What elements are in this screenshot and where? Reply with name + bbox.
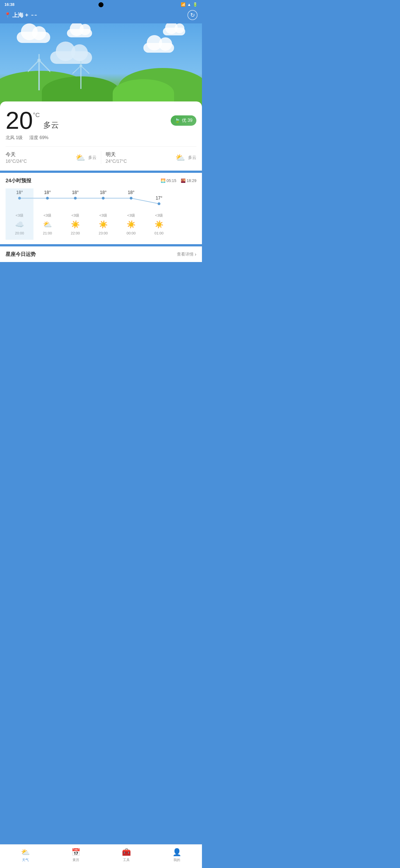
temperature-row: 20 °C 多云 🍃 优 39 — [6, 108, 196, 133]
cloud-3 — [163, 28, 185, 35]
svg-line-4 — [28, 60, 39, 72]
chevron-right-icon: › — [195, 251, 196, 257]
hourly-forecast-section: 24小时预报 🌅 05:15 🌇 18:29 — [0, 173, 202, 244]
constellation-section[interactable]: 星座今日运势 查看详情 › — [0, 246, 202, 262]
status-bar: 16:38 📶 ▲ 🔋 — [0, 0, 202, 9]
temperature-value: 20 — [6, 108, 33, 133]
humidity-info: 湿度 69% — [29, 135, 48, 141]
tomorrow-info: 明天 24°C/17°C — [106, 151, 127, 164]
turbine-1 — [28, 54, 50, 90]
sunset-value: 18:29 — [187, 178, 196, 183]
hourly-item: <3级 ☀️ 22:00 — [61, 211, 89, 238]
time-label: 00:00 — [126, 231, 136, 235]
sunset-icon: 🌇 — [181, 178, 185, 183]
refresh-icon: ↻ — [190, 12, 195, 19]
svg-text:18°: 18° — [128, 190, 135, 195]
sunset-time: 🌇 18:29 — [181, 178, 196, 183]
tomorrow-weather-type: 多云 — [188, 155, 196, 160]
today-temp: 16°C/24°C — [6, 159, 27, 164]
today-forecast: 今天 16°C/24°C ⛅ 多云 — [6, 151, 101, 164]
today-weather-type: 多云 — [88, 155, 96, 160]
tomorrow-temp: 24°C/17°C — [106, 159, 127, 164]
temp-chart: 18° 18° 18° 18° 18° 17° — [6, 188, 178, 211]
weather-icon: ☀️ — [71, 220, 80, 229]
location-selector[interactable]: 📍 上海 + — [4, 11, 37, 19]
wind-label: <3级 — [99, 213, 107, 218]
sunrise-icon: 🌅 — [161, 178, 165, 183]
hourly-items-container: <3级 ☁️ 20:00 <3级 ⛅ 21:00 <3级 ☀️ 22:00 <3… — [6, 211, 196, 238]
today-label: 今天 — [6, 151, 27, 158]
hourly-scroll[interactable]: 18° 18° 18° 18° 18° 17° <3级 ☁️ 20:00 <3级… — [6, 188, 196, 240]
constellation-title: 星座今日运势 — [6, 251, 36, 257]
cloud-1 — [17, 32, 50, 43]
time-label: 01:00 — [154, 231, 164, 235]
app-header: 📍 上海 + ↻ — [0, 9, 202, 23]
weather-icon: ☀️ — [126, 220, 136, 229]
aqi-badge[interactable]: 🍃 优 39 — [171, 115, 196, 126]
daily-forecast: 今天 16°C/24°C ⛅ 多云 明天 24°C/17°C ⛅ 多云 — [6, 146, 196, 164]
svg-text:18°: 18° — [72, 190, 79, 195]
svg-text:18°: 18° — [100, 190, 107, 195]
weather-icon: ☀️ — [154, 220, 164, 229]
status-time: 16:38 — [4, 2, 15, 7]
wifi-icon: ▲ — [187, 2, 191, 7]
svg-point-15 — [158, 203, 161, 205]
wind-label: <3级 — [72, 213, 79, 218]
temperature-unit: °C — [33, 112, 40, 119]
svg-point-12 — [74, 197, 77, 199]
svg-line-9 — [73, 66, 81, 74]
time-label: 20:00 — [15, 231, 24, 235]
turbine-2 — [73, 61, 89, 89]
time-display: 16:38 — [4, 2, 15, 7]
hourly-item: <3级 ☀️ 23:00 — [89, 211, 117, 238]
battery-icon: 🔋 — [193, 2, 198, 7]
see-detail-label: 查看详情 — [177, 252, 194, 257]
wind-info: 北风 1级 — [6, 135, 23, 141]
weather-icon: ☁️ — [15, 220, 24, 229]
location-pin-icon: 📍 — [4, 12, 10, 18]
svg-point-10 — [18, 197, 21, 199]
svg-text:18°: 18° — [44, 190, 51, 195]
wind-label: <3级 — [155, 213, 163, 218]
tomorrow-forecast: 明天 24°C/17°C ⛅ 多云 — [106, 151, 197, 164]
cloud-4 — [143, 43, 174, 53]
section-header: 24小时预报 🌅 05:15 🌇 18:29 — [6, 177, 196, 184]
hourly-item: <3级 ☁️ 20:00 — [6, 211, 33, 238]
signal-icon: 📶 — [181, 2, 185, 7]
aqi-leaf-icon: 🍃 — [175, 118, 180, 123]
time-label: 22:00 — [71, 231, 80, 235]
today-info: 今天 16°C/24°C — [6, 151, 27, 164]
location-indicators — [31, 15, 37, 16]
sunrise-time: 🌅 05:15 — [161, 178, 176, 183]
refresh-button[interactable]: ↻ — [188, 10, 198, 20]
city-name: 上海 — [12, 11, 23, 19]
weather-card: 20 °C 多云 🍃 优 39 北风 1级 湿度 69% 今天 16°C/24°… — [0, 101, 202, 170]
sunrise-value: 05:15 — [167, 178, 176, 183]
weather-description: 多云 — [43, 120, 59, 130]
aqi-value: 优 39 — [182, 118, 193, 123]
tomorrow-weather-icon: ⛅ — [175, 153, 185, 162]
time-label: 23:00 — [99, 231, 108, 235]
add-city-button[interactable]: + — [25, 12, 28, 19]
time-label: 21:00 — [43, 231, 52, 235]
tomorrow-label: 明天 — [106, 151, 127, 158]
see-detail-button[interactable]: 查看详情 › — [177, 251, 196, 257]
hourly-item: <3级 ☀️ 01:00 — [145, 211, 173, 238]
status-icons: 📶 ▲ 🔋 — [181, 2, 198, 7]
svg-line-3 — [39, 60, 50, 72]
svg-line-8 — [81, 66, 89, 74]
wind-label: <3级 — [44, 213, 51, 218]
cloud-2 — [67, 29, 92, 37]
section-title: 24小时预报 — [6, 177, 31, 184]
hourly-item: <3级 ⛅ 21:00 — [33, 211, 61, 238]
svg-point-14 — [130, 197, 133, 199]
svg-text:17°: 17° — [155, 196, 162, 200]
wind-label: <3级 — [127, 213, 135, 218]
weather-illustration — [0, 23, 202, 107]
hourly-item: <3级 ☀️ 00:00 — [117, 211, 145, 238]
weather-details: 北风 1级 湿度 69% — [6, 135, 196, 141]
sun-times: 🌅 05:15 🌇 18:29 — [161, 178, 196, 183]
weather-icon: ⛅ — [43, 220, 52, 229]
svg-point-13 — [102, 197, 105, 199]
today-weather-icon: ⛅ — [76, 153, 85, 162]
